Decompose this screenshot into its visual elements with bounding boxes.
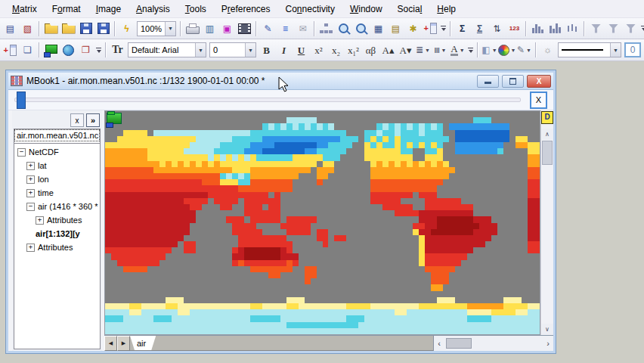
superscript-button[interactable]: x² <box>311 42 327 58</box>
menu-matrix[interactable]: Matrix <box>5 2 45 17</box>
line-color-button[interactable]: ✎▼ <box>516 42 532 58</box>
text-align-button[interactable]: ≣▼ <box>415 42 431 58</box>
open-button[interactable] <box>43 20 59 37</box>
histogram-button[interactable] <box>530 20 546 37</box>
chevron-down-icon[interactable]: ▼ <box>245 43 255 57</box>
tab-next-button[interactable]: ▶ <box>117 336 130 351</box>
tree-item-air-selection[interactable]: air[1:132][y <box>14 227 100 240</box>
fill-color-button[interactable]: ◧▼ <box>481 42 497 58</box>
panel-close-button[interactable]: x <box>70 113 84 127</box>
restore-button[interactable] <box>502 75 524 88</box>
box-chart-button[interactable] <box>565 20 581 37</box>
new-workbook-button[interactable]: ▤ <box>2 20 18 37</box>
save-project-button[interactable] <box>78 20 94 37</box>
menu-social[interactable]: Social <box>390 2 430 17</box>
sum-column-button[interactable]: Σ <box>454 20 470 37</box>
tree-item-lon[interactable]: +lon <box>14 172 100 186</box>
chevron-down-icon[interactable]: ▼ <box>526 48 531 53</box>
file-list-item[interactable]: air.mon.mean.v501.nc <box>14 129 100 141</box>
expand-icon[interactable]: + <box>36 216 44 225</box>
font-larger-button[interactable]: A▴ <box>380 42 396 58</box>
bold-button[interactable]: B <box>259 42 274 58</box>
menu-preferences[interactable]: Preferences <box>214 2 278 17</box>
menu-connectivity[interactable]: Connectivity <box>278 2 342 17</box>
menu-analysis[interactable]: Analysis <box>128 2 178 17</box>
font-size-combo[interactable]: 0▼ <box>209 42 256 57</box>
vscroll-thumb[interactable] <box>542 141 553 165</box>
tab-air[interactable]: air <box>130 336 156 350</box>
window-titlebar[interactable]: MBook1 - air.mon.mean.v501.nc :1/132 190… <box>8 73 553 90</box>
close-button[interactable]: X <box>527 75 551 88</box>
font-color-button[interactable]: A▼ <box>450 42 466 58</box>
org-chart-button[interactable] <box>318 20 334 37</box>
zoom-tool-button[interactable] <box>336 20 351 37</box>
options-gear-button[interactable]: ✱ <box>405 20 421 37</box>
line-style-combo[interactable]: ▼ <box>558 42 621 57</box>
scroll-up-icon[interactable]: ∧ <box>541 129 553 140</box>
frame-slider-thumb[interactable] <box>17 92 26 109</box>
add-column-button[interactable] <box>423 20 438 37</box>
image-mode-button[interactable]: ▣ <box>219 20 235 37</box>
chevron-down-icon[interactable]: ▼ <box>441 48 446 53</box>
save-template-button[interactable] <box>95 20 111 37</box>
tree-item-lat[interactable]: +lat <box>14 159 100 172</box>
new-graph-button[interactable]: ▧ <box>20 20 36 37</box>
append-rows-button[interactable] <box>2 42 18 58</box>
font-name-combo[interactable]: Default: Arial▼ <box>128 42 206 57</box>
data-connector-badge[interactable]: D <box>541 111 553 124</box>
send-sheet-button[interactable]: ✉ <box>295 20 311 37</box>
open-template-button[interactable] <box>60 20 76 37</box>
filter-reapply-button[interactable] <box>623 20 639 37</box>
video-capture-button[interactable] <box>237 20 252 37</box>
tree-item-air-attributes[interactable]: +Attributes <box>14 213 100 227</box>
frame-slider-track[interactable] <box>14 98 521 102</box>
multi-histogram-button[interactable] <box>547 20 563 37</box>
expand-icon[interactable]: + <box>26 175 35 184</box>
tree-item-attributes[interactable]: +Attributes <box>14 240 100 254</box>
sort-column-button[interactable]: ⇅ <box>489 20 505 37</box>
chevron-down-icon[interactable]: ▼ <box>511 48 516 53</box>
edit-mode-button[interactable]: ✎ <box>260 20 276 37</box>
format-cells-button[interactable]: ▤ <box>388 20 404 37</box>
tree-item-air[interactable]: −air (1416 * 360 * <box>14 200 100 213</box>
minimize-button[interactable] <box>477 75 499 88</box>
collapse-icon[interactable]: − <box>26 203 35 211</box>
palette-button[interactable]: ▼ <box>499 42 515 58</box>
menu-tools[interactable]: Tools <box>178 2 214 17</box>
chevron-down-icon[interactable]: ▼ <box>460 48 465 53</box>
chevron-down-icon[interactable]: ▼ <box>425 48 430 53</box>
data-connector-button[interactable] <box>43 42 59 58</box>
expand-icon[interactable]: + <box>26 189 35 197</box>
underline-button[interactable]: U <box>293 42 309 58</box>
menu-help[interactable]: Help <box>429 2 463 17</box>
menu-window[interactable]: Window <box>342 2 390 17</box>
vscroll-track[interactable] <box>541 166 553 324</box>
new-table-button[interactable]: ▦ <box>370 20 386 37</box>
clone-import-button[interactable]: ❐ <box>78 42 94 58</box>
set-values-button[interactable]: 123 <box>506 20 522 37</box>
highlight-lamp-button[interactable]: ☼ <box>540 42 556 58</box>
chevron-down-icon[interactable]: ▼ <box>165 22 175 36</box>
scroll-down-icon[interactable]: ∨ <box>541 324 553 335</box>
expand-icon[interactable]: + <box>26 244 35 252</box>
toolbar-options-icon[interactable] <box>466 42 475 58</box>
slider-close-button[interactable]: X <box>530 92 547 109</box>
layer-arrange-button[interactable]: ≡ <box>277 20 293 37</box>
subscript-button[interactable]: x₂ <box>328 42 344 58</box>
zoom-level-combo[interactable]: 100%▼ <box>137 21 176 36</box>
line-width-input[interactable]: 0 <box>624 42 641 57</box>
data-reader-button[interactable] <box>353 20 369 37</box>
filter-disable-button[interactable] <box>605 20 621 37</box>
run-script-button[interactable]: ϟ <box>119 20 135 37</box>
print-preview-button[interactable]: ▥ <box>202 20 218 37</box>
tree-item-time[interactable]: +time <box>14 186 100 200</box>
tree-item-netcdf[interactable]: −NetCDF <box>14 145 100 159</box>
duplicate-layers-button[interactable]: ❏ <box>20 42 36 58</box>
font-smaller-button[interactable]: A▾ <box>398 42 413 58</box>
print-button[interactable] <box>184 20 200 37</box>
menu-image[interactable]: Image <box>88 2 128 17</box>
web-import-button[interactable] <box>60 42 76 58</box>
data-filter-button[interactable] <box>588 20 604 37</box>
hscroll-left-icon[interactable]: ‹ <box>434 336 444 351</box>
italic-button[interactable]: I <box>276 42 292 58</box>
